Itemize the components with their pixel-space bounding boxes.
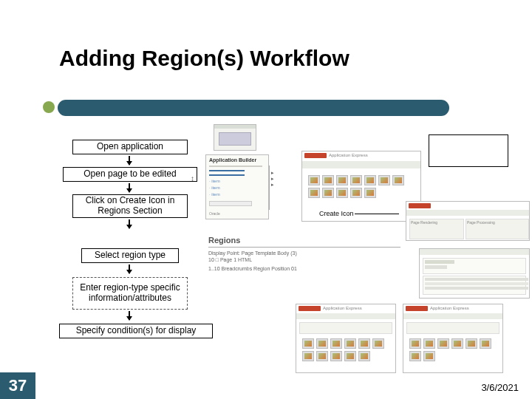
screenshot-region-wizard-2: Application Express: [403, 304, 503, 373]
region-type-grid: [406, 335, 499, 364]
region-type-thumb: [409, 351, 421, 361]
arrow-1-icon: [129, 156, 130, 165]
region-type-thumb: [302, 338, 314, 349]
step-specify-conditions: Specify condition(s) for display: [59, 324, 213, 338]
appbuilder-label: Application Builder: [209, 157, 256, 163]
app-thumb: [308, 175, 320, 185]
empty-box: [429, 134, 508, 167]
app-thumb: [322, 175, 334, 185]
app-thumb: [364, 175, 376, 185]
region-type-thumb: [437, 338, 449, 349]
regions-rule: [208, 247, 400, 248]
region-type-thumb: [409, 338, 421, 349]
region-type-thumb: [344, 338, 356, 349]
app-thumb: [308, 188, 320, 198]
app-thumb: [392, 175, 404, 185]
step-open-page: Open page to be edited: [63, 167, 197, 182]
regions-line3: 1..10 Breadcrumbs Region Position 01: [208, 265, 408, 272]
screenshot-page-editor: Page Rendering Page Processing: [406, 201, 530, 241]
slide-date: 3/6/2021: [481, 382, 519, 393]
regions-line2: 10 □ Page 1 HTML: [208, 256, 408, 263]
region-type-thumb: [423, 338, 435, 349]
step-select-region-type: Select region type: [81, 248, 179, 263]
app-thumb: [364, 188, 376, 198]
link-line: [209, 170, 245, 176]
screenshot-small-window: [214, 124, 256, 151]
callout-line: [355, 214, 399, 214]
region-type-thumb: [316, 351, 328, 361]
arrow-4-icon: [129, 265, 130, 273]
arrow-2-icon: [129, 183, 130, 192]
region-type-thumb: [330, 351, 342, 361]
app-thumb: [336, 188, 348, 198]
step-click-create-icon: Click on Create Icon in Regions Section: [72, 194, 188, 218]
window-body: [219, 132, 251, 146]
app-thumb: [350, 188, 362, 198]
region-type-thumb: [302, 351, 314, 361]
divider: [269, 166, 270, 210]
screenshot-app-builder: Application Builder · item · item · item…: [205, 154, 269, 219]
arrow-5-icon: [129, 311, 130, 320]
app-thumb: [350, 175, 362, 185]
window-titlebar: [214, 125, 256, 129]
slide-number: 37: [0, 372, 35, 399]
range-arrow-icon: ↕: [191, 174, 194, 183]
title-underline: [58, 100, 449, 116]
region-type-thumb: [316, 338, 328, 349]
arrow-3-icon: [129, 219, 130, 228]
step-enter-attributes: Enter region-type specific information/a…: [72, 277, 188, 310]
screenshot-region-wizard-1: Application Express: [296, 304, 396, 373]
icon-grid: [305, 172, 417, 201]
screenshot-detail-panel: [419, 248, 530, 299]
appexpress-label: Application Express: [430, 306, 469, 310]
regions-body: Display Point: Page Template Body (3) 10…: [208, 250, 408, 272]
callout-create-icon: Create Icon: [319, 210, 354, 217]
region-type-thumb: [480, 338, 491, 349]
region-type-thumb: [358, 351, 370, 361]
app-thumb: [322, 188, 334, 198]
step-open-application: Open application: [72, 140, 188, 154]
regions-header: Regions: [208, 236, 240, 245]
region-type-thumb: [330, 338, 342, 349]
regions-line1: Display Point: Page Template Body (3): [208, 250, 408, 256]
region-type-thumb: [466, 338, 477, 349]
region-type-thumb: [423, 351, 435, 361]
slide-title: Adding Region(s) Workflow: [59, 46, 349, 71]
oracle-logo-icon: [406, 306, 428, 311]
oracle-logo-icon: [299, 306, 321, 311]
app-thumb: [378, 175, 390, 185]
appexpress-label: Application Express: [323, 306, 362, 310]
oracle-logo-icon: [304, 153, 327, 158]
region-type-thumb: [451, 338, 463, 349]
bullet-decor: [43, 101, 55, 113]
app-thumb: [336, 175, 348, 185]
oracle-logo-icon: [409, 203, 431, 208]
region-type-grid: [299, 335, 392, 364]
region-type-thumb: [344, 351, 356, 361]
appexpress-label: Application Express: [329, 153, 368, 157]
region-type-thumb: [358, 338, 370, 349]
region-type-thumb: [372, 338, 384, 349]
